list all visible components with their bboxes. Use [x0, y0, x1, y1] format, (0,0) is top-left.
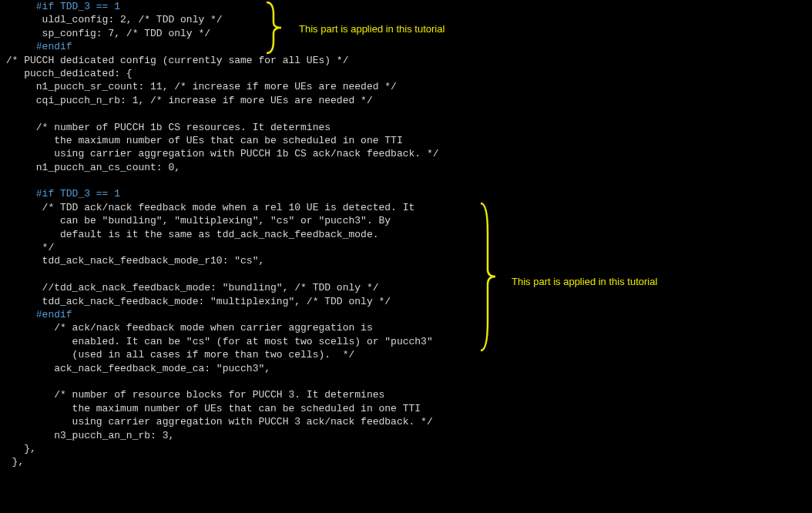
code-text: /* number of PUCCH 1b CS resources. It d…: [0, 122, 331, 133]
code-text: tdd_ack_nack_feedback_mode_r10: "cs",: [0, 255, 264, 267]
preprocessor-token: #endif: [0, 41, 72, 52]
code-text: /* TDD ack/nack feedback mode when a rel…: [0, 202, 414, 213]
code-text: uldl_config: 2, /* TDD only */: [0, 14, 223, 25]
code-line: using carrier aggregation with PUCCH 3 a…: [0, 415, 812, 428]
code-text: (used in all cases if more than two cell…: [0, 349, 354, 360]
code-text: pucch_dedicated: {: [0, 68, 133, 79]
code-text: the maximum number of UEs that can be sc…: [0, 403, 421, 414]
preprocessor-token: #endif: [0, 309, 72, 320]
preprocessor-token: #if TDD_3 == 1: [0, 1, 120, 12]
preprocessor-token: #if TDD_3 == 1: [0, 188, 120, 200]
code-line: (used in all cases if more than two cell…: [0, 348, 812, 361]
code-text: enabled. It can be "cs" (for at most two…: [0, 336, 433, 347]
annotation-text-top: This part is applied in this tutorial: [299, 22, 445, 35]
code-line: */: [0, 241, 812, 254]
code-line: ack_nack_feedback_mode_ca: "pucch3",: [0, 362, 812, 375]
code-line: can be "bundling", "multiplexing", "cs" …: [0, 214, 812, 227]
code-line: //tdd_ack_nack_feedback_mode: "bundling"…: [0, 281, 812, 294]
code-text: n1_pucch_sr_count: 11, /* increase if mo…: [0, 81, 397, 92]
code-text: sp_config: 7, /* TDD only */: [0, 28, 210, 39]
code-text: n3_pucch_an_n_rb: 3,: [0, 430, 174, 441]
code-line: },: [0, 442, 812, 455]
code-text: //tdd_ack_nack_feedback_mode: "bundling"…: [0, 282, 378, 293]
code-text: tdd_ack_nack_feedback_mode: "multiplexin…: [0, 296, 391, 307]
code-line: [0, 375, 812, 388]
code-line: n1_pucch_sr_count: 11, /* increase if mo…: [0, 80, 812, 93]
code-text: default is it the same as tdd_ack_nack_f…: [0, 229, 378, 240]
code-line: /* number of resource blocks for PUCCH 3…: [0, 388, 812, 401]
code-line: #endif: [0, 308, 812, 321]
code-line: n3_pucch_an_n_rb: 3,: [0, 429, 812, 442]
code-line: [0, 107, 812, 120]
code-line: /* TDD ack/nack feedback mode when a rel…: [0, 201, 812, 214]
code-line: [0, 174, 812, 187]
code-text: the maximum number of UEs that can be sc…: [0, 135, 403, 146]
code-text: /* ack/nack feedback mode when carrier a…: [0, 322, 373, 334]
code-line: enabled. It can be "cs" (for at most two…: [0, 335, 812, 348]
code-line: /* PUCCH dedicated config (currently sam…: [0, 54, 812, 67]
code-text: using carrier aggregation with PUCCH 1b …: [0, 148, 439, 159]
annotation-text-bottom: This part is applied in this tutorial: [512, 275, 657, 288]
code-line: },: [0, 455, 812, 468]
code-line: tdd_ack_nack_feedback_mode: "multiplexin…: [0, 295, 812, 308]
code-line: cqi_pucch_n_rb: 1, /* increase if more U…: [0, 94, 812, 107]
code-line: default is it the same as tdd_ack_nack_f…: [0, 228, 812, 241]
code-line: /* ack/nack feedback mode when carrier a…: [0, 321, 812, 334]
code-text: /* number of resource blocks for PUCCH 3…: [0, 389, 384, 401]
code-line: tdd_ack_nack_feedback_mode_r10: "cs",: [0, 254, 812, 267]
code-text: },: [0, 443, 36, 454]
code-text: },: [0, 456, 24, 468]
code-text: n1_pucch_an_cs_count: 0,: [0, 162, 180, 173]
code-line: n1_pucch_an_cs_count: 0,: [0, 161, 812, 174]
code-text: /* PUCCH dedicated config (currently sam…: [0, 55, 348, 66]
code-line: #if TDD_3 == 1: [0, 187, 812, 200]
code-text: can be "bundling", "multiplexing", "cs" …: [0, 215, 391, 226]
code-line: using carrier aggregation with PUCCH 1b …: [0, 147, 812, 160]
code-text: using carrier aggregation with PUCCH 3 a…: [0, 416, 433, 428]
code-text: ack_nack_feedback_mode_ca: "pucch3",: [0, 363, 270, 374]
code-line: #if TDD_3 == 1: [0, 0, 812, 13]
code-block: #if TDD_3 == 1 uldl_config: 2, /* TDD on…: [0, 0, 812, 469]
code-line: /* number of PUCCH 1b CS resources. It d…: [0, 121, 812, 134]
code-text: cqi_pucch_n_rb: 1, /* increase if more U…: [0, 95, 373, 106]
code-line: #endif: [0, 40, 812, 53]
code-text: */: [0, 242, 54, 253]
code-line: pucch_dedicated: {: [0, 67, 812, 80]
code-line: [0, 268, 812, 281]
code-line: the maximum number of UEs that can be sc…: [0, 134, 812, 147]
code-line: the maximum number of UEs that can be sc…: [0, 402, 812, 415]
